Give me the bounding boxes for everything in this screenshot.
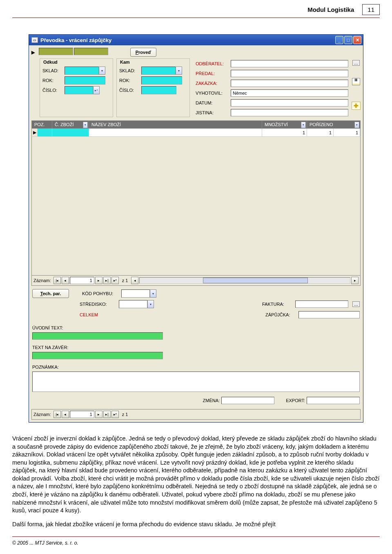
predal-label: PŘEDAL: [196,71,229,76]
sort-arrow-icon[interactable]: ▾ [354,122,359,128]
export-field[interactable] [307,397,360,404]
recnav-label: Záznam: [33,412,51,417]
col-czbozi[interactable]: Č. ZBOŽÍ▾ [52,121,89,128]
kam-group: Kam SKLAD: ▾ ROK: [116,58,190,117]
nav-of-label: z 1 [122,412,128,417]
sort-arrow-icon[interactable]: ▾ [301,122,306,128]
cell-nazev[interactable] [89,129,262,136]
nav-new-icon[interactable]: ▸* [111,277,119,284]
kod-pohybu-label: KÓD POHYBU: [82,291,119,296]
nav-position-input[interactable] [70,277,94,284]
odkud-sklad-label: SKLAD: [42,68,63,73]
lookup-ellipsis-icon[interactable]: … [352,60,360,66]
header-title: Modul Logistika [307,6,354,13]
cell-poz[interactable] [38,129,52,136]
col-mnozstvi[interactable]: MNOŽSTVÍ▾ [262,121,307,128]
sort-arrow-icon[interactable]: ▾ [83,122,88,128]
vyhotovil-label: VYHOTOVIL: [196,91,229,96]
body-text: Vrácení zboží je inverzní doklad k zápůj… [12,435,380,528]
page-number: 11 [362,4,380,15]
zmena-field[interactable] [221,397,274,404]
col-nazev[interactable]: NÁZEV ZBOŽÍ [89,121,262,128]
odkud-cislo-label: ČÍSLO: [42,88,63,93]
page-footer: © 2005 ... MTJ Service, s. r. o. [12,536,380,546]
zapujcka-field[interactable] [298,311,360,318]
poznamka-label: POZNÁMKA: [32,365,59,369]
zapujcka-label: ZÁPŮJČKA: [265,312,296,317]
predal-field[interactable] [231,70,348,77]
col-poz[interactable]: POZ. [32,121,52,128]
stredisko-label: STŘEDISKO: [80,302,116,307]
nav-next-icon[interactable]: ▸ [95,411,102,418]
calendar-icon[interactable]: ▦ [352,78,360,85]
nav-last-icon[interactable]: ▸| [103,277,111,284]
odberatel-field[interactable] [231,60,348,67]
hscroll-track[interactable] [139,277,350,284]
faktura-field[interactable] [295,300,348,308]
vyhotovil-value: Němec [233,91,247,96]
kam-rok-input[interactable] [141,76,182,85]
datum-field[interactable] [231,99,348,107]
grid-row[interactable]: ▶ 1 1 1 [31,129,361,137]
zakazka-field[interactable] [231,80,348,87]
inner-record-nav: Záznam: |◂ ◂ ▸ ▸| ▸* z 1 ◂ ▸ [31,276,361,286]
kam-legend: Kam [119,60,187,65]
faktura-lookup-icon[interactable]: … [352,301,360,307]
kam-sklad-input[interactable] [141,67,176,75]
paragraph-1: Vrácení zboží je inverzní doklad k zápůj… [12,435,380,515]
uvodni-text-field[interactable] [32,332,163,340]
recnav-label: Záznam: [33,278,51,283]
doc-number-field[interactable] [74,48,108,55]
nav-prev-icon[interactable]: ◂ [62,411,69,418]
uvodni-text-label: ÚVODNÍ TEXT: [32,325,63,330]
jistina-field[interactable] [231,109,348,116]
window-close-button[interactable]: ✕ [353,36,361,44]
doc-type-field[interactable] [39,48,73,55]
window-maximize-button[interactable]: □ [344,36,352,44]
add-plus-icon[interactable]: ✚ [352,102,361,110]
window-titlebar: ▭ Převodka - vrácení zápůjčky _ □ ✕ [29,35,363,45]
col-porizeno[interactable]: POŘÍZENO▾ [307,121,360,128]
nav-next-icon[interactable]: ▸ [95,277,102,284]
odkud-rok-input[interactable] [65,76,105,85]
vyhotovil-field[interactable]: Němec [231,89,348,97]
kam-cislo-input[interactable] [141,86,176,94]
nav-prev-icon[interactable]: ◂ [62,277,69,284]
kam-cislo-label: ČÍSLO: [119,88,140,93]
stredisko-dropdown-icon[interactable]: ▾ [147,300,154,308]
nav-first-icon[interactable]: |◂ [53,411,61,418]
kod-pohybu-dropdown-icon[interactable]: ▾ [150,289,156,298]
window-minimize-button[interactable]: _ [335,36,343,44]
row-marker-icon: ▶ [32,129,38,136]
odkud-sklad-dropdown-icon[interactable]: ▾ [99,67,105,75]
hscroll-left-icon[interactable]: ◂ [131,277,138,284]
nav-new-icon[interactable]: ▸* [111,411,119,418]
cell-porizeno-a[interactable]: 1 [307,129,334,136]
dialog-window: ▭ Převodka - vrácení zápůjčky _ □ ✕ ▶ [29,34,363,423]
odkud-rok-label: ROK: [42,78,63,83]
page-header: Modul Logistika 11 [12,0,380,18]
odkud-cislo-input[interactable] [65,86,93,94]
proved-label: roveď [138,50,151,55]
kod-pohybu-input[interactable] [121,289,150,298]
cell-porizeno-b[interactable]: 1 [334,129,360,136]
hscroll-right-icon[interactable]: ▸ [351,277,359,284]
kam-rok-label: ROK: [119,78,140,83]
cell-czbozi[interactable] [52,129,89,136]
nav-last-icon[interactable]: ▸| [103,411,111,418]
window-icon: ▭ [31,37,38,43]
stredisko-input[interactable] [119,300,147,308]
cell-mnozstvi[interactable]: 1 [262,129,307,136]
datum-label: DATUM: [196,100,229,105]
odkud-cislo-nav-icon[interactable]: ▸* [93,86,100,94]
odkud-sklad-input[interactable] [65,67,99,75]
nav-first-icon[interactable]: |◂ [53,277,61,284]
hscroll-thumb[interactable] [203,278,308,283]
techpar-button[interactable]: Tech. par. [32,289,69,298]
text-na-zaver-field[interactable] [32,352,163,359]
kam-sklad-dropdown-icon[interactable]: ▾ [176,67,182,75]
header-right-panel: ODBĚRATEL: PŘEDAL: ZAKÁZKA: VYHOTOVIL:Ně… [193,58,348,117]
poznamka-field[interactable] [32,372,360,392]
proved-button[interactable]: Proveď [130,48,157,57]
nav-position-input[interactable] [70,411,94,418]
